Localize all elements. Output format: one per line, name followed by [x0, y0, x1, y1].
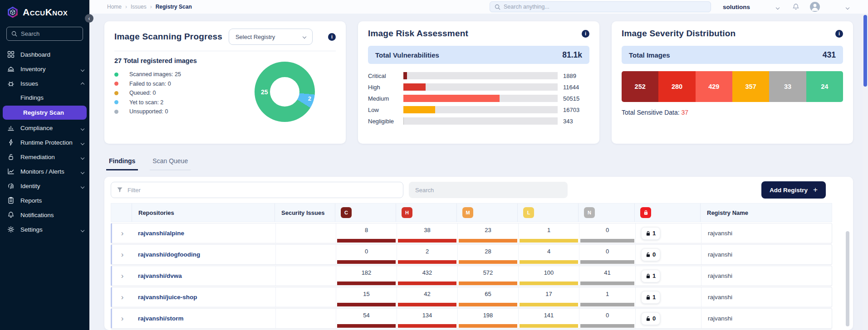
repository-link[interactable]: rajvanshi/juice-shop	[132, 294, 275, 301]
header-high[interactable]: H	[396, 204, 456, 222]
header-repositories[interactable]: Repositories	[132, 204, 275, 222]
repository-link[interactable]: rajvanshi/alpine	[132, 230, 275, 237]
header-expand-col	[111, 204, 132, 222]
notifications-bell-icon[interactable]	[792, 3, 800, 11]
high-bar	[398, 260, 456, 264]
sidebar-item-notifications[interactable]: Notifications	[0, 208, 89, 222]
breadcrumb-separator: ›	[150, 4, 152, 10]
page-scrollbar-thumb[interactable]	[863, 15, 867, 87]
sidebar-item-identity[interactable]: Identity	[0, 179, 89, 193]
global-search-input[interactable]	[504, 4, 706, 10]
sidebar-item-dashboard[interactable]: Dashboard	[0, 47, 89, 62]
sidebar-item-settings[interactable]: Settings	[0, 222, 89, 237]
risk-track	[403, 95, 558, 102]
risk-bars: Critical 1889 High 11644 Medium 5	[368, 72, 589, 125]
header-sensitive-data[interactable]	[634, 204, 700, 222]
row-expand-button[interactable]: ›	[112, 287, 132, 307]
filter-input-box[interactable]	[111, 182, 403, 198]
table-search-input[interactable]	[415, 187, 561, 194]
total-images-value: 431	[823, 50, 836, 60]
risk-bar-low: Low 16703	[368, 106, 589, 113]
global-search[interactable]	[490, 1, 711, 12]
info-icon[interactable]: i	[328, 33, 336, 41]
header-negligible[interactable]: N	[578, 204, 634, 222]
sidebar-item-issues[interactable]: Issues	[0, 76, 89, 91]
accuknox-logo-icon	[6, 6, 19, 19]
top-bar: Home › Issues › Registry Scan solutions	[89, 0, 868, 14]
low-bar	[520, 303, 578, 306]
risk-fill	[403, 72, 407, 79]
sidebar-item-inventory[interactable]: Inventory	[0, 62, 89, 76]
row-expand-button[interactable]: ›	[112, 309, 132, 328]
add-registry-button[interactable]: Add Registry +	[761, 181, 826, 199]
row-expand-button[interactable]: ›	[112, 223, 132, 243]
sensitive-count: 0	[652, 251, 656, 258]
brand[interactable]: AccuKnox	[0, 0, 89, 22]
chevron-down-icon	[81, 66, 84, 73]
sidebar-item-reports[interactable]: Reports	[0, 193, 89, 208]
breadcrumb-home[interactable]: Home	[107, 4, 122, 10]
tenant-selector[interactable]: solutions	[723, 4, 750, 10]
page-scrollbar[interactable]	[863, 14, 868, 330]
total-vulnerabilities-row: Total Vulnerabilities 81.1k	[368, 46, 589, 64]
header-medium[interactable]: M	[456, 204, 517, 222]
table-scrollbar[interactable]	[846, 231, 849, 326]
info-icon[interactable]: i	[835, 30, 843, 38]
chevron-down-icon[interactable]	[846, 3, 849, 11]
info-icon[interactable]: i	[582, 30, 589, 38]
low-cell: 1	[518, 223, 579, 243]
table-row: › rajvanshi/dogfooding 0 2 28 4 0 0	[111, 244, 832, 265]
sidebar-item-compliance[interactable]: Compliance	[0, 121, 89, 135]
findings-panel: Add Registry + Repositories Security Iss…	[104, 177, 853, 330]
sidebar-search-input[interactable]	[21, 30, 78, 37]
user-avatar[interactable]	[810, 2, 820, 12]
tab-scan-queue[interactable]: Scan Queue	[150, 157, 191, 170]
negligible-cell: 0	[579, 309, 635, 328]
sidebar-item-monitors-alerts[interactable]: Monitors / Alerts	[0, 164, 89, 179]
sidebar-item-registry-scan[interactable]: Registry Scan	[3, 106, 87, 120]
repository-link[interactable]: rajvanshi/storm	[132, 315, 275, 322]
tab-findings[interactable]: Findings	[106, 157, 138, 170]
sensitive-count: 1	[652, 272, 656, 279]
row-expand-button[interactable]: ›	[112, 245, 132, 264]
sidebar-search[interactable]	[6, 27, 83, 41]
sensitive-data-chip[interactable]: 1	[641, 227, 660, 240]
sidebar-collapse-button[interactable]: ‹	[85, 14, 93, 23]
header-security-issues[interactable]: Security Issues	[275, 204, 335, 222]
lightning-icon	[7, 138, 15, 146]
breadcrumb-issues[interactable]: Issues	[131, 4, 147, 10]
sidebar-item-findings[interactable]: Findings	[0, 91, 89, 105]
lock-icon	[646, 273, 651, 279]
negligible-cell: 0	[579, 223, 635, 243]
sidebar-item-remediation[interactable]: Remediation	[0, 150, 89, 164]
medium-cell: 198	[457, 309, 518, 328]
sensitive-data-chip[interactable]: 0	[641, 312, 660, 325]
critical-cell: 15	[336, 287, 397, 307]
chevron-down-icon[interactable]	[776, 3, 779, 11]
sensitive-data-chip[interactable]: 1	[641, 291, 660, 304]
repository-link[interactable]: rajvanshi/dogfooding	[132, 251, 275, 258]
sidebar-item-label: Inventory	[20, 66, 46, 73]
header-low[interactable]: L	[517, 204, 578, 222]
legend-dot	[114, 100, 118, 104]
table-row: › rajvanshi/storm 54 134 198 141 0 0	[111, 308, 832, 329]
filter-input[interactable]	[128, 187, 397, 194]
severity-segment-negligible: 33	[769, 71, 806, 102]
donut-slice-label-yet-to-scan: 2	[308, 95, 311, 102]
header-registry-name[interactable]: Registry Name	[700, 204, 832, 222]
row-expand-button[interactable]: ›	[112, 266, 132, 286]
image-risk-assessment-card: Image Risk Assessment i Total Vulnerabil…	[358, 21, 599, 144]
negligible-bar	[580, 260, 634, 264]
sensitive-data-chip[interactable]: 1	[641, 270, 660, 282]
legend-dot	[114, 82, 118, 86]
select-registry-dropdown[interactable]: Select Registry	[229, 29, 313, 45]
sidebar-item-label: Identity	[20, 183, 40, 189]
sidebar-item-runtime-protection[interactable]: Runtime Protection	[0, 135, 89, 150]
summary-cards: Image Scanning Progress Select Registry …	[104, 21, 853, 144]
critical-bar	[337, 281, 396, 285]
repository-link[interactable]: rajvanshi/dvwa	[132, 272, 275, 279]
high-bar	[398, 303, 456, 306]
sensitive-data-chip[interactable]: 0	[641, 248, 660, 261]
table-search-box[interactable]	[409, 182, 568, 198]
header-critical[interactable]: C	[335, 204, 396, 222]
